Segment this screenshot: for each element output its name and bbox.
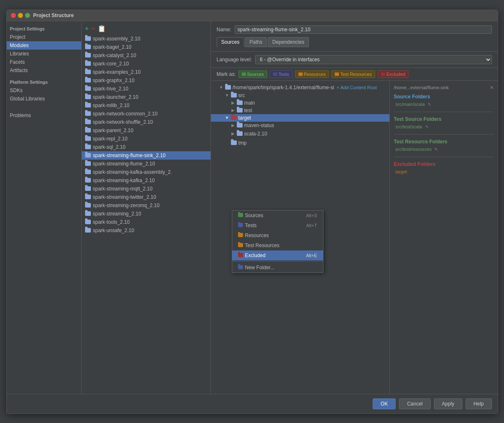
window-controls <box>11 13 30 18</box>
module-item[interactable]: spark-network-common_2.10 <box>82 110 211 118</box>
sidebar-item-sdks[interactable]: SDKs <box>7 86 81 95</box>
mark-tests-button[interactable]: Tests <box>270 70 293 78</box>
folder-icon <box>85 170 91 174</box>
module-name: spark-unsafe_2.10 <box>93 228 134 233</box>
tree-item-scala[interactable]: ▶ scala-2.10 <box>211 130 389 138</box>
cancel-button[interactable]: Cancel <box>399 398 430 409</box>
ctx-item-tests[interactable]: Tests Alt+T <box>232 220 323 230</box>
tree-item-tmp[interactable]: ▶ tmp <box>211 139 389 147</box>
tab-dependencies[interactable]: Dependencies <box>268 37 309 47</box>
name-label: Name: <box>217 27 231 33</box>
source-path-remove[interactable]: ↖ <box>428 102 431 107</box>
module-item[interactable]: spark-core_2.10 <box>82 60 211 68</box>
remove-module-button[interactable]: − <box>91 25 95 32</box>
module-toolbar: + − 📋 <box>82 23 211 35</box>
folder-icon <box>85 61 91 66</box>
module-item[interactable]: spark-streaming-mqtt_2.10 <box>82 185 211 193</box>
test-resource-path-remove[interactable]: ↖ <box>434 147 438 152</box>
tree-item-maven-status[interactable]: ▶ maven-status <box>211 122 389 129</box>
module-item[interactable]: spark-streaming-flume_2.10 <box>82 160 211 168</box>
module-item[interactable]: spark-assembly_2.10 <box>82 35 211 43</box>
module-name: spark-graphx_2.10 <box>93 78 135 83</box>
help-button[interactable]: Help <box>466 398 492 409</box>
name-row: Name: <box>217 25 492 34</box>
mark-sources-button[interactable]: Sources <box>238 70 267 78</box>
mark-test-resources-button[interactable]: Test Resources <box>331 70 375 78</box>
tree-item-target[interactable]: ▼ target <box>211 114 389 122</box>
folder-icon <box>85 111 91 116</box>
tree-root-path[interactable]: ▼ /home/spark/tmp/spark-1.4.1/external/f… <box>211 83 389 92</box>
module-item[interactable]: spark-bagel_2.10 <box>82 43 211 51</box>
module-item[interactable]: spark-catalyst_2.10 <box>82 51 211 60</box>
sidebar-item-modules[interactable]: Modules <box>7 41 81 50</box>
copy-module-button[interactable]: 📋 <box>98 25 106 32</box>
modules-label: Modules <box>10 43 29 48</box>
facets-label: Facets <box>10 59 25 65</box>
module-item[interactable]: spark-graphx_2.10 <box>82 76 211 85</box>
module-name: spark-repl_2.10 <box>93 136 128 142</box>
module-item[interactable]: spark-streaming-kafka_2.10 <box>82 176 211 185</box>
module-item[interactable]: spark-streaming-twitter_2.10 <box>82 193 211 201</box>
module-item[interactable]: spark-unsafe_2.10 <box>82 226 211 235</box>
platform-settings-label: Platform Settings <box>7 78 81 86</box>
module-item[interactable]: spark-streaming-kafka-assembly_2. <box>82 168 211 176</box>
module-item[interactable]: spark-streaming-zeromq_2.10 <box>82 201 211 210</box>
main-folder-icon <box>237 100 243 105</box>
module-item[interactable]: spark-sql_2.10 <box>82 143 211 151</box>
module-name: spark-streaming-twitter_2.10 <box>93 194 156 200</box>
module-item[interactable]: spark-launcher_2.10 <box>82 93 211 101</box>
ok-button[interactable]: OK <box>373 398 396 409</box>
module-item-selected[interactable]: spark-streaming-flume-sink_2.10 <box>82 151 211 160</box>
test-source-title: Test Source Folders <box>394 116 494 122</box>
apply-button[interactable]: Apply <box>434 398 462 409</box>
module-item[interactable]: spark-examples_2.10 <box>82 68 211 76</box>
folder-icon <box>85 211 91 216</box>
language-level-select[interactable]: 6 - @Override in interfaces <box>255 55 491 64</box>
test-source-path-remove[interactable]: ↖ <box>425 124 429 129</box>
minimize-window-dot[interactable] <box>18 13 23 18</box>
tree-item-test[interactable]: ▶ test <box>211 107 389 114</box>
module-item[interactable]: spark-network-shuffle_2.10 <box>82 118 211 126</box>
module-item[interactable]: spark-repl_2.10 <box>82 135 211 143</box>
folder-icon <box>85 186 91 191</box>
mark-resources-button[interactable]: Resources <box>295 70 329 78</box>
tab-paths[interactable]: Paths <box>245 37 267 47</box>
add-content-root-button[interactable]: + Add Content Root <box>336 84 378 91</box>
module-item[interactable]: spark-hive_2.10 <box>82 85 211 93</box>
sidebar-item-facets[interactable]: Facets <box>7 58 81 66</box>
language-level-row: Language level: 6 - @Override in interfa… <box>211 52 498 68</box>
expand-icon: ▶ <box>231 131 235 136</box>
module-name: spark-launcher_2.10 <box>93 94 138 100</box>
module-item[interactable]: spark-mllib_2.10 <box>82 101 211 110</box>
module-item[interactable]: spark-streaming_2.10 <box>82 210 211 218</box>
global-libraries-label: Global Libraries <box>10 96 45 102</box>
ctx-item-sources[interactable]: Sources Alt+S <box>232 210 323 220</box>
mark-excluded-button[interactable]: Excluded <box>378 70 409 78</box>
tree-item-src[interactable]: ▼ src <box>211 92 389 99</box>
maximize-window-dot[interactable] <box>25 13 30 18</box>
ctx-sources-key: Alt+S <box>306 213 317 218</box>
tab-sources[interactable]: Sources <box>217 37 244 47</box>
module-item[interactable]: spark-parent_2.10 <box>82 126 211 135</box>
module-name: spark-network-common_2.10 <box>93 111 158 117</box>
module-name-input[interactable] <box>235 25 492 34</box>
module-list: + − 📋 spark-assembly_2.10 spark-bagel_2.… <box>82 21 211 394</box>
tree-item-main[interactable]: ▶ main <box>211 99 389 107</box>
sidebar-item-problems[interactable]: Problems <box>7 111 81 120</box>
close-window-dot[interactable] <box>11 13 16 18</box>
module-item[interactable]: spark-tools_2.10 <box>82 218 211 226</box>
source-folders-title: Source Folders <box>394 94 494 100</box>
add-module-button[interactable]: + <box>85 25 89 32</box>
ctx-item-test-resources[interactable]: Test Resources <box>232 240 323 250</box>
ctx-item-new-folder[interactable]: New Folder... <box>232 263 323 273</box>
ctx-excluded-icon <box>238 253 243 257</box>
sidebar-item-project[interactable]: Project <box>7 33 81 41</box>
right-header: Name: Sources Paths Dependencies <box>211 21 498 52</box>
sidebar-item-libraries[interactable]: Libraries <box>7 50 81 58</box>
rs-close-button[interactable]: ✕ <box>490 85 494 90</box>
ctx-item-excluded[interactable]: Excluded Alt+E <box>232 250 323 260</box>
sidebar-item-global-libraries[interactable]: Global Libraries <box>7 95 81 103</box>
sidebar-item-artifacts[interactable]: Artifacts <box>7 66 81 75</box>
ctx-item-resources[interactable]: Resources <box>232 230 323 240</box>
module-name: spark-assembly_2.10 <box>93 36 140 42</box>
